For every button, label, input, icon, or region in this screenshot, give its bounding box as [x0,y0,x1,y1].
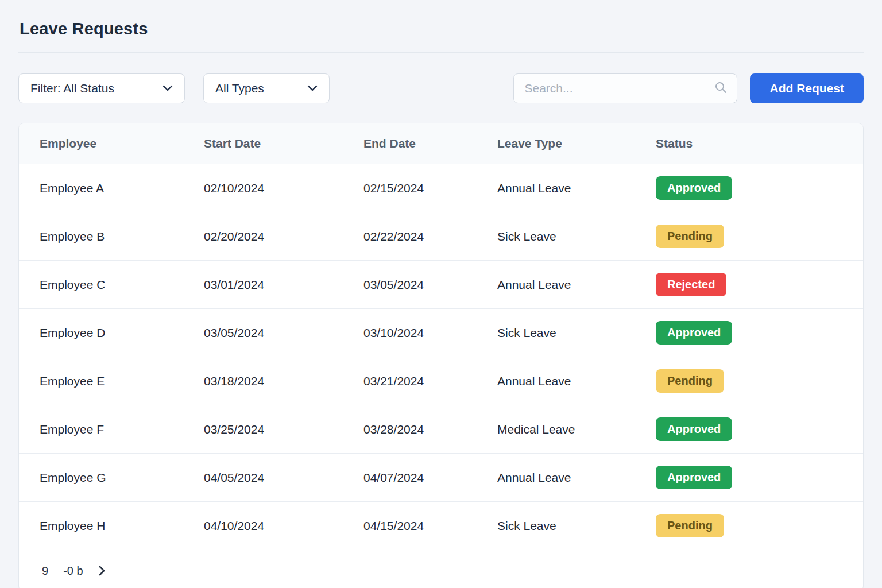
leave-type-cell: Sick Leave [497,309,656,357]
status-badge: Approved [656,466,732,489]
end-date-cell: 02/15/2024 [363,164,497,212]
employee-cell: Employee B [19,212,204,261]
status-cell: Approved [656,309,863,357]
page-title: Leave Requests [18,20,864,38]
table-row: Employee D03/05/202403/10/2024Sick Leave… [19,309,863,357]
leave-type-cell: Annual Leave [497,454,656,502]
chevron-right-icon[interactable] [98,565,106,577]
end-date-cell: 02/22/2024 [363,212,497,261]
leave-type-cell: Annual Leave [497,261,656,309]
table-row: Employee F03/25/202403/28/2024Medical Le… [19,405,863,454]
employee-cell: Employee G [19,454,204,502]
end-date-cell: 03/05/2024 [363,261,497,309]
leave-type-cell: Annual Leave [497,357,656,405]
employee-cell: Employee F [19,405,204,454]
employee-cell: Employee D [19,309,204,357]
end-date-cell: 04/15/2024 [363,502,497,550]
leave-type-cell: Sick Leave [497,502,656,550]
status-filter-label: Filter: All Status [30,82,114,95]
pagination-label-mid: -0 b [63,564,83,578]
search-input[interactable] [524,82,714,95]
end-date-cell: 03/28/2024 [363,405,497,454]
leave-requests-table: Employee Start Date End Date Leave Type … [19,123,863,550]
leave-requests-table-card: Employee Start Date End Date Leave Type … [18,123,864,588]
column-header-employee: Employee [19,123,204,164]
search-icon [714,80,728,96]
end-date-cell: 03/21/2024 [363,357,497,405]
title-divider [18,52,864,53]
status-badge: Rejected [656,273,726,296]
chevron-down-icon [307,85,318,92]
table-row: Employee C03/01/202403/05/2024Annual Lea… [19,261,863,309]
chevron-down-icon [163,85,173,92]
status-badge: Approved [656,176,732,200]
employee-cell: Employee E [19,357,204,405]
table-row: Employee E03/18/202403/21/2024Annual Lea… [19,357,863,405]
status-badge: Approved [656,321,732,345]
status-filter-dropdown[interactable]: Filter: All Status [18,74,185,103]
employee-cell: Employee A [19,164,204,212]
table-body: Employee A02/10/202402/15/2024Annual Lea… [19,164,863,550]
search-box [513,74,737,103]
leave-type-cell: Sick Leave [497,212,656,261]
table-header: Employee Start Date End Date Leave Type … [19,123,863,164]
start-date-cell: 02/10/2024 [204,164,363,212]
column-header-status: Status [656,123,863,164]
start-date-cell: 03/18/2024 [204,357,363,405]
start-date-cell: 04/10/2024 [204,502,363,550]
toolbar: Filter: All Status All Types Add Request [18,74,864,103]
status-cell: Approved [656,164,863,212]
start-date-cell: 03/25/2024 [204,405,363,454]
start-date-cell: 02/20/2024 [204,212,363,261]
table-row: Employee G04/05/202404/07/2024Annual Lea… [19,454,863,502]
status-cell: Rejected [656,261,863,309]
end-date-cell: 04/07/2024 [363,454,497,502]
leave-type-cell: Medical Leave [497,405,656,454]
status-cell: Approved [656,405,863,454]
table-row: Employee B02/20/202402/22/2024Sick Leave… [19,212,863,261]
status-badge: Approved [656,417,732,441]
type-filter-label: All Types [215,82,264,95]
employee-cell: Employee C [19,261,204,309]
leave-type-cell: Annual Leave [497,164,656,212]
type-filter-dropdown[interactable]: All Types [203,74,330,103]
end-date-cell: 03/10/2024 [363,309,497,357]
status-cell: Pending [656,502,863,550]
status-badge: Pending [656,369,724,393]
column-header-leave-type: Leave Type [497,123,656,164]
status-cell: Approved [656,454,863,502]
add-request-button[interactable]: Add Request [750,74,864,103]
table-row: Employee A02/10/202402/15/2024Annual Lea… [19,164,863,212]
pagination: 9 -0 b [19,550,863,588]
start-date-cell: 03/01/2024 [204,261,363,309]
status-cell: Pending [656,357,863,405]
column-header-start-date: Start Date [204,123,363,164]
pagination-label-left: 9 [42,564,48,578]
column-header-end-date: End Date [363,123,497,164]
leave-requests-page: Leave Requests Filter: All Status All Ty… [0,0,882,588]
table-row: Employee H04/10/202404/15/2024Sick Leave… [19,502,863,550]
start-date-cell: 04/05/2024 [204,454,363,502]
start-date-cell: 03/05/2024 [204,309,363,357]
employee-cell: Employee H [19,502,204,550]
status-badge: Pending [656,514,724,537]
status-cell: Pending [656,212,863,261]
status-badge: Pending [656,225,724,248]
